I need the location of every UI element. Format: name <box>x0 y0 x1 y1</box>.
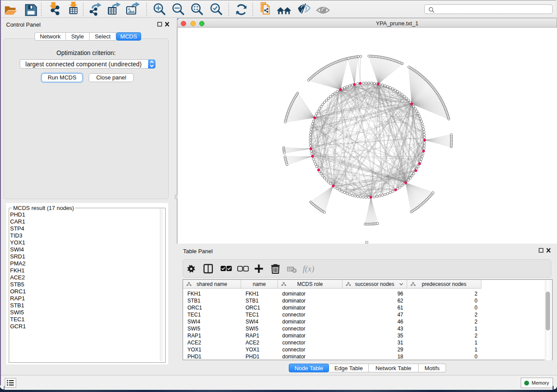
svg-text:f(x): f(x) <box>303 264 314 274</box>
